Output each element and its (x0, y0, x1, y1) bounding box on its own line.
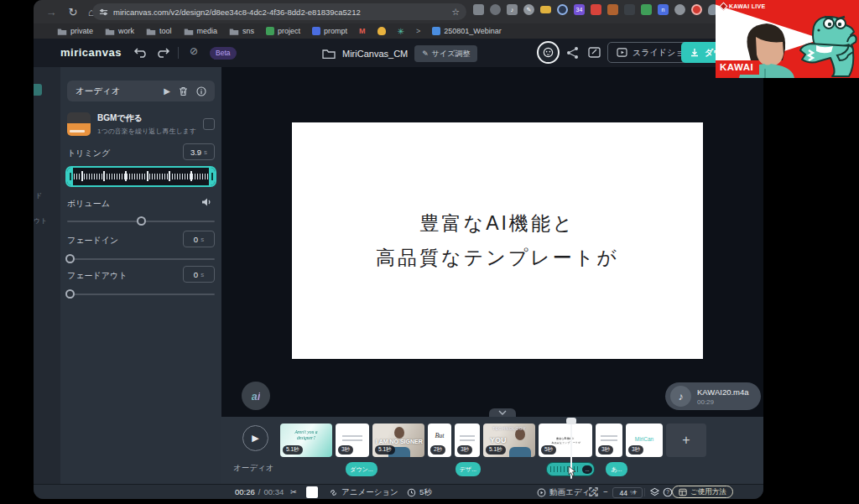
trim-handle-right[interactable] (209, 168, 215, 185)
extension-badge-icon[interactable]: 34 (574, 4, 585, 15)
timeline-clip[interactable]: MiriCan 3秒 (626, 423, 663, 457)
bgm-loop-checkbox[interactable] (203, 118, 215, 130)
meet-bookmark[interactable]: ✳ (398, 27, 404, 36)
bookmark-prompt[interactable]: prompt (312, 27, 347, 35)
ai-assistant-button[interactable] (537, 41, 560, 64)
ai-floating-button[interactable]: ai (242, 382, 270, 410)
zoom-level-field[interactable]: 44 % (612, 487, 643, 498)
bookmark-star-icon[interactable]: ☆ (451, 7, 460, 18)
timeline-clip[interactable]: Aren't you a designer? 5.1秒 (280, 423, 332, 457)
playhead-handle[interactable] (566, 418, 576, 424)
info-icon[interactable] (196, 86, 206, 96)
fit-screen-icon[interactable] (589, 487, 598, 496)
audio-panel-header: オーディオ ▶ (67, 81, 215, 101)
split-scissors-icon[interactable]: ✂ (290, 487, 297, 496)
timeline-play-button[interactable]: ▶ (242, 425, 268, 451)
timeline-collapse-tab[interactable] (489, 408, 516, 417)
redo-icon[interactable] (154, 46, 171, 60)
fade-in-slider[interactable] (67, 258, 215, 260)
left-nav-strip[interactable]: ド ウト (34, 67, 60, 484)
color-swatch[interactable] (306, 486, 318, 498)
reload-icon[interactable]: ↻ (64, 6, 82, 18)
recording-icon[interactable] (691, 4, 702, 15)
trash-icon[interactable] (179, 86, 188, 96)
bookmark-project[interactable]: project (266, 27, 300, 35)
folder-move-icon[interactable] (322, 49, 336, 59)
bookmark-folder[interactable]: media (184, 27, 218, 35)
audio-file-duration: 00:29 (697, 398, 749, 406)
layers-icon[interactable] (650, 487, 659, 496)
animation-button[interactable]: アニメーション (329, 487, 398, 498)
fade-in-knob[interactable] (65, 254, 75, 263)
timeline-clip[interactable]: TECHNOLOGY YOU 5.1秒 (483, 423, 535, 457)
timeline-clip[interactable]: 3秒 (455, 423, 480, 457)
extension-icon[interactable] (473, 4, 484, 15)
clip-duration-badge: 2秒 (430, 445, 445, 455)
timeline-clip[interactable]: But 2秒 (428, 423, 451, 457)
site-info-icon[interactable] (99, 8, 108, 17)
extension-icon[interactable] (624, 4, 635, 15)
fade-out-knob[interactable] (65, 289, 75, 299)
extension-icon[interactable] (607, 4, 618, 15)
timeline-clip[interactable]: 3秒 (336, 423, 369, 457)
clip-more-button[interactable]: ... (582, 465, 592, 474)
audio-clip[interactable]: デザ... (456, 462, 481, 476)
bookmark-folder[interactable]: work (105, 27, 134, 35)
extension-icon[interactable] (557, 4, 568, 15)
extension-icon[interactable]: ♪ (507, 4, 518, 15)
address-bar[interactable]: miricanvas.com/v2/design2/d8ee34c8-4dc2-… (92, 3, 466, 20)
slide-text-line2[interactable]: 高品質なテンプレートが (376, 245, 619, 271)
timeline-clip[interactable]: 3秒 (596, 423, 622, 457)
fade-out-field[interactable]: 0 s (183, 266, 215, 283)
forward-icon[interactable]: → (42, 6, 60, 18)
zoom-in-button[interactable]: + (633, 487, 638, 496)
mic-extension-icon[interactable] (674, 4, 685, 15)
audio-waveform-trimmer[interactable] (65, 166, 216, 187)
timeline-clip-current[interactable]: 豊富なAI機能と 高品質なテンプレートが 5秒 (539, 423, 592, 457)
audio-clip[interactable]: あ... (606, 462, 627, 476)
speaker-icon[interactable] (201, 197, 213, 207)
slide[interactable]: 豊富なAI機能と 高品質なテンプレートが (292, 122, 703, 359)
bookmark-webinar[interactable]: 250801_Webinar (432, 27, 501, 35)
extension-icon[interactable] (490, 4, 501, 15)
nav-label-fragment: ド (35, 191, 42, 200)
slide-text-line1[interactable]: 豊富なAI機能と (420, 210, 575, 236)
share-icon[interactable] (565, 46, 580, 60)
bookmarks-overflow[interactable]: > (416, 27, 420, 35)
clip-duration-label: 5秒 (419, 487, 432, 498)
audio-file-chip[interactable]: ♪ KAWAI20.m4a 00:29 (665, 382, 761, 410)
gmail-bookmark[interactable]: M (359, 27, 366, 35)
add-clip-button[interactable]: + (666, 423, 706, 457)
audio-clip[interactable]: ダウン... (346, 462, 377, 476)
bookmark-folder[interactable]: tool (146, 27, 172, 35)
preview-play-icon[interactable]: ▶ (164, 86, 170, 96)
extension-icon[interactable] (591, 4, 601, 15)
clip-duration-button[interactable]: 5秒 (407, 487, 432, 498)
volume-slider[interactable] (67, 221, 215, 222)
usage-guide-button[interactable]: ご使用方法 (672, 486, 733, 498)
drive-bookmark[interactable] (377, 27, 386, 35)
miricanvas-logo[interactable]: miricanvas (60, 46, 122, 59)
extension-icon[interactable]: ✎ (523, 4, 534, 15)
folder-icon (146, 28, 156, 35)
ai-label: ai (252, 390, 261, 403)
bookmark-folder[interactable]: sns (229, 27, 254, 35)
clip-duration-badge: 5.1秒 (283, 445, 303, 455)
fade-out-value: 0 (194, 270, 198, 279)
url-text[interactable]: miricanvas.com/v2/design2/d8ee34c8-4dc2-… (113, 8, 361, 17)
fade-out-slider[interactable] (67, 294, 215, 295)
zoom-out-button[interactable]: − (603, 487, 608, 496)
extension-icon[interactable]: n (658, 4, 669, 15)
timeline-clip[interactable]: I AM NO SIGNER 5.1秒 (372, 423, 424, 457)
trimming-value-field[interactable]: 3.9 s (183, 143, 215, 160)
trim-handle-left[interactable] (67, 168, 73, 185)
resize-button[interactable]: ✎ サイズ調整 (414, 45, 477, 62)
bookmark-folder[interactable]: private (57, 27, 93, 35)
feedback-icon[interactable] (587, 46, 602, 60)
fade-in-field[interactable]: 0 s (183, 231, 215, 247)
extension-icon[interactable] (540, 6, 551, 13)
document-title[interactable]: MiriCanvas_CM (342, 49, 408, 59)
extension-icon[interactable] (641, 4, 652, 15)
undo-icon[interactable] (133, 46, 149, 60)
volume-knob[interactable] (137, 216, 146, 226)
